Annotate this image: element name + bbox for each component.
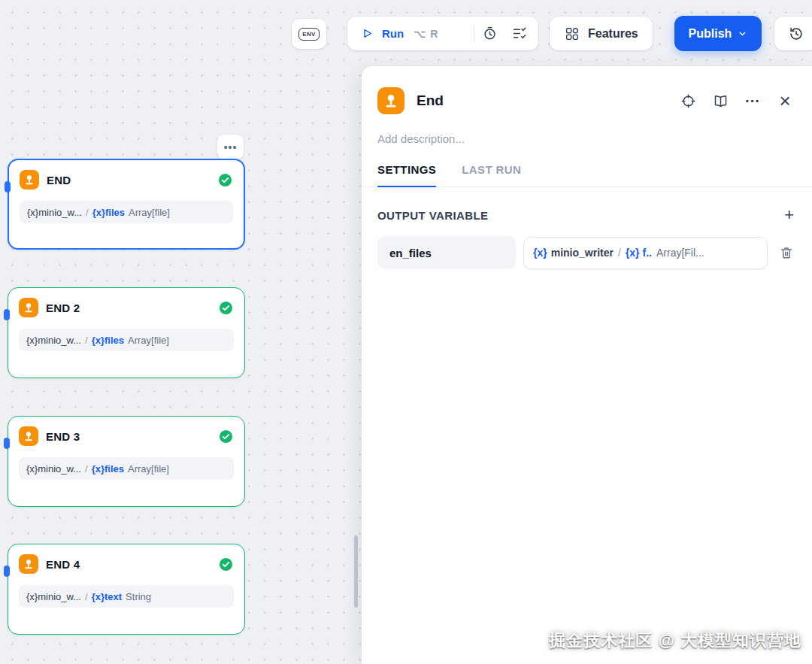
node-inspector-panel: End ··· × SETTINGS LAST RUN OUTPUT VARIA… bbox=[362, 66, 812, 664]
variable-source: {x}minio_w... bbox=[27, 207, 82, 218]
more-options-icon[interactable]: ··· bbox=[744, 92, 762, 110]
success-status-icon bbox=[217, 428, 234, 444]
node-input-handle[interactable] bbox=[5, 181, 11, 193]
node-more-button[interactable]: ••• bbox=[217, 135, 244, 159]
variable-type: Array[file] bbox=[128, 463, 169, 475]
output-variable-row: {x} minio_writer / {x} f.. Array[Fil... bbox=[377, 236, 794, 269]
publish-label: Publish bbox=[689, 27, 732, 41]
node-title: END bbox=[47, 174, 209, 186]
env-button[interactable]: ENV bbox=[292, 19, 326, 49]
panel-tabs: SETTINGS LAST RUN bbox=[362, 163, 812, 187]
variable-name: {x}text bbox=[92, 591, 122, 602]
variable-type: Array[file] bbox=[129, 207, 170, 218]
variable-name: {x}files bbox=[92, 463, 124, 475]
variable-source: {x}minio_w... bbox=[26, 463, 81, 475]
version-history-button[interactable] bbox=[774, 17, 812, 50]
tab-settings[interactable]: SETTINGS bbox=[377, 163, 436, 187]
node-input-handle[interactable] bbox=[4, 438, 10, 449]
variable-separator: / bbox=[86, 207, 89, 218]
variable-separator: / bbox=[85, 335, 88, 346]
variable-icon: {x} bbox=[533, 247, 547, 259]
variable-type: Array[file] bbox=[128, 335, 169, 346]
node-input-handle[interactable] bbox=[4, 565, 10, 577]
node-output-variable-chip: {x}minio_w... / {x}files Array[file] bbox=[20, 201, 233, 223]
variable-name: f.. bbox=[643, 247, 652, 259]
node-end-1[interactable]: END {x}minio_w... / {x}files Array[file] bbox=[8, 159, 245, 250]
node-output-variable-chip: {x}minio_w... / {x}text String bbox=[19, 585, 234, 608]
variable-name: {x}files bbox=[92, 207, 125, 218]
env-icon: ENV bbox=[298, 28, 319, 41]
end-node-icon bbox=[20, 170, 39, 189]
watermark: 掘金技术社区 @ 大模型知识营地 bbox=[549, 629, 801, 652]
variable-type: String bbox=[126, 591, 151, 602]
end-node-icon bbox=[377, 87, 404, 114]
play-icon[interactable] bbox=[359, 26, 375, 42]
source-node-name: minio_writer bbox=[551, 247, 614, 259]
variable-separator: / bbox=[85, 463, 88, 475]
run-button[interactable]: Run bbox=[382, 27, 404, 40]
node-title: END 2 bbox=[46, 302, 210, 314]
panel-title[interactable]: End bbox=[417, 92, 667, 109]
variable-name-input[interactable] bbox=[377, 236, 516, 269]
locate-node-icon[interactable] bbox=[679, 92, 697, 110]
variable-separator: / bbox=[85, 591, 88, 602]
chevron-down-icon bbox=[738, 29, 747, 38]
variable-name: {x}files bbox=[92, 335, 124, 346]
delete-variable-icon[interactable] bbox=[779, 245, 794, 260]
description-input[interactable] bbox=[377, 132, 794, 145]
node-output-variable-chip: {x}minio_w... / {x}files Array[file] bbox=[19, 457, 234, 480]
variable-icon: {x} bbox=[626, 247, 640, 259]
close-icon[interactable]: × bbox=[776, 92, 794, 110]
separator: / bbox=[618, 247, 621, 259]
features-label: Features bbox=[588, 27, 638, 41]
run-history-icon[interactable] bbox=[481, 26, 498, 42]
success-status-icon bbox=[217, 299, 234, 316]
publish-button[interactable]: Publish bbox=[674, 16, 762, 51]
output-variable-section-title: OUTPUT VARIABLE bbox=[377, 209, 488, 222]
checklist-icon[interactable] bbox=[511, 26, 527, 42]
node-output-variable-chip: {x}minio_w... / {x}files Array[file] bbox=[19, 329, 234, 351]
workflow-canvas[interactable]: ••• END {x}minio_w... / {x}files Array[f… bbox=[0, 0, 812, 664]
docs-book-icon[interactable] bbox=[711, 92, 729, 110]
canvas-scrollbar[interactable] bbox=[354, 535, 358, 608]
variable-source: {x}minio_w... bbox=[26, 335, 81, 346]
success-status-icon bbox=[217, 556, 234, 572]
end-node-icon bbox=[19, 426, 38, 446]
features-icon bbox=[564, 26, 580, 42]
node-end-4[interactable]: END 4 {x}minio_w... / {x}text String bbox=[8, 544, 245, 635]
divider bbox=[474, 26, 474, 41]
end-node-icon bbox=[19, 298, 38, 317]
run-toolbar: Run ⌥ R bbox=[347, 17, 538, 50]
variable-type: Array[Fil... bbox=[656, 247, 704, 259]
node-input-handle[interactable] bbox=[4, 309, 10, 320]
tab-last-run[interactable]: LAST RUN bbox=[462, 163, 521, 186]
node-title: END 4 bbox=[46, 558, 210, 571]
variable-value-selector[interactable]: {x} minio_writer / {x} f.. Array[Fil... bbox=[523, 237, 768, 269]
variable-source: {x}minio_w... bbox=[26, 591, 81, 602]
run-shortcut: ⌥ R bbox=[414, 28, 438, 40]
history-icon bbox=[788, 26, 804, 42]
add-variable-button[interactable]: + bbox=[784, 207, 794, 223]
end-node-icon bbox=[19, 554, 38, 574]
node-end-3[interactable]: END 3 {x}minio_w... / {x}files Array[fil… bbox=[8, 416, 245, 507]
node-title: END 3 bbox=[46, 430, 210, 443]
success-status-icon bbox=[217, 171, 233, 188]
features-button[interactable]: Features bbox=[550, 17, 653, 50]
node-end-2[interactable]: END 2 {x}minio_w... / {x}files Array[fil… bbox=[8, 287, 245, 378]
